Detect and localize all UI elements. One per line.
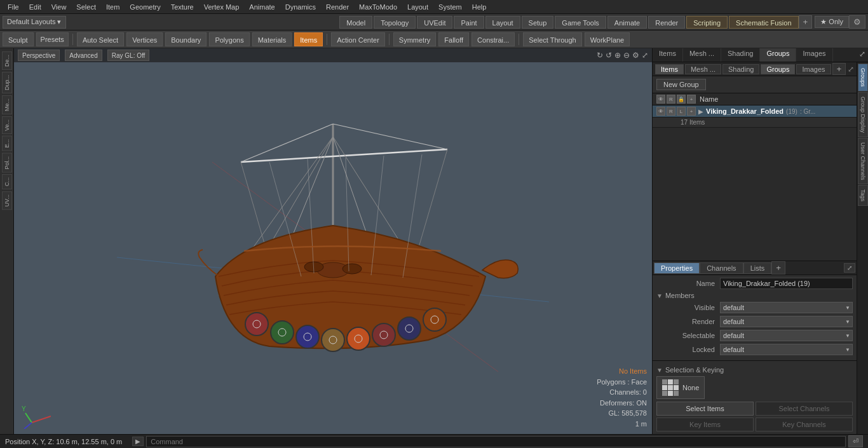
inner-tab-add[interactable]: + xyxy=(832,63,846,75)
sidebar-tab-pol[interactable]: Pol... xyxy=(2,153,12,173)
rvtab-group-display[interactable]: Group Display xyxy=(858,92,868,137)
menu-animate[interactable]: Animate xyxy=(244,2,280,12)
viewport-expand-icon[interactable]: ⤢ xyxy=(642,51,648,60)
rvtab-tags[interactable]: Tags xyxy=(858,185,868,206)
sidebar-tab-ve[interactable]: Ve... xyxy=(2,116,12,134)
sculpt-button[interactable]: Sculpt xyxy=(3,32,34,46)
viewport-mode-button[interactable]: Perspective xyxy=(18,50,60,61)
constraints-button[interactable]: Constrai... xyxy=(471,32,515,46)
menu-help[interactable]: Help xyxy=(467,2,492,12)
sidebar-tab-uv[interactable]: UV... xyxy=(2,191,12,210)
prop-select-selectable[interactable]: default xyxy=(720,330,853,341)
polygons-button[interactable]: Polygons xyxy=(209,32,249,46)
inner-tab-mesh[interactable]: Mesh ... xyxy=(685,64,721,74)
layout-tab-topology[interactable]: Topology xyxy=(374,16,416,29)
menu-vertex-map[interactable]: Vertex Map xyxy=(199,2,245,12)
layout-dropdown[interactable]: Default Layouts ▾ xyxy=(3,16,66,29)
rvtab-groups[interactable]: Groups xyxy=(858,64,868,92)
menu-geometry[interactable]: Geometry xyxy=(125,2,165,12)
new-group-button[interactable]: New Group xyxy=(656,79,706,90)
sidebar-tab-dup[interactable]: Dup... xyxy=(2,72,12,93)
gi-icon-lock[interactable]: L xyxy=(677,107,686,116)
vertices-button[interactable]: Vertices xyxy=(126,32,163,46)
col-icon-plus[interactable]: + xyxy=(687,95,696,104)
tab-images[interactable]: Images xyxy=(796,48,832,62)
presets-button[interactable]: Presets xyxy=(36,32,69,46)
layout-tab-paint[interactable]: Paint xyxy=(454,16,484,29)
select-items-button[interactable]: Select Items xyxy=(656,402,754,416)
layout-tab-layout[interactable]: Layout xyxy=(485,16,520,29)
viewport-settings-icon[interactable]: ⚙ xyxy=(632,51,639,60)
action-center-button[interactable]: Action Center xyxy=(331,32,385,46)
command-expand-button[interactable]: ▶ xyxy=(132,437,144,446)
props-tab-add[interactable]: + xyxy=(771,261,785,275)
col-icon-lock[interactable]: 🔒 xyxy=(677,95,686,104)
none-button[interactable]: None xyxy=(656,376,705,399)
props-tab-lists[interactable]: Lists xyxy=(743,262,772,274)
select-through-button[interactable]: Select Through xyxy=(523,32,581,46)
sidebar-tab-c[interactable]: C... xyxy=(2,174,12,189)
inner-tab-groups[interactable]: Groups xyxy=(761,64,795,74)
viewport-advanced-button[interactable]: Advanced xyxy=(65,50,102,61)
boundary-button[interactable]: Boundary xyxy=(165,32,207,46)
rvtab-user-channels[interactable]: User Channels xyxy=(858,138,868,185)
inner-tab-items[interactable]: Items xyxy=(655,64,684,74)
menu-edit[interactable]: Edit xyxy=(24,2,46,12)
menu-dynamics[interactable]: Dynamics xyxy=(280,2,321,12)
select-channels-button[interactable]: Select Channels xyxy=(756,402,853,416)
menu-select[interactable]: Select xyxy=(71,2,101,12)
tab-mesh[interactable]: Mesh ... xyxy=(683,48,721,62)
viewport-raygl-button[interactable]: Ray GL: Off xyxy=(107,50,150,61)
work-plane-button[interactable]: WorkPlane xyxy=(585,32,630,46)
layout-tab-game-tools[interactable]: Game Tools xyxy=(555,16,606,29)
layout-tab-schematic-fusion[interactable]: Schematic Fusion xyxy=(729,16,798,29)
props-tab-properties[interactable]: Properties xyxy=(654,262,700,274)
viewport[interactable]: Perspective Advanced Ray GL: Off ↻ ↺ ⊕ ⊖… xyxy=(14,48,652,434)
layout-tab-scripting[interactable]: Scripting xyxy=(686,16,728,29)
layout-tab-setup[interactable]: Setup xyxy=(522,16,554,29)
materials-button[interactable]: Materials xyxy=(252,32,292,46)
col-icon-render[interactable]: R xyxy=(667,95,675,104)
layout-tab-render[interactable]: Render xyxy=(648,16,685,29)
falloff-button[interactable]: Falloff xyxy=(438,32,469,46)
props-expand-icon[interactable]: ⤢ xyxy=(844,263,855,273)
command-input[interactable] xyxy=(146,436,846,447)
menu-system[interactable]: System xyxy=(433,2,467,12)
layout-settings-button[interactable]: ⚙ xyxy=(849,15,865,29)
viewport-rotate-icon[interactable]: ↻ xyxy=(597,51,603,60)
gi-icon-plus[interactable]: + xyxy=(687,107,696,116)
items-button[interactable]: Items xyxy=(294,32,323,46)
menu-render[interactable]: Render xyxy=(321,2,354,12)
viewport-undo-icon[interactable]: ↺ xyxy=(606,51,612,60)
menu-layout[interactable]: Layout xyxy=(402,2,433,12)
gi-icon-eye[interactable]: 👁 xyxy=(656,107,665,116)
layout-only-button[interactable]: ★ Only xyxy=(815,16,849,28)
panel-expand-icon[interactable]: ⤢ xyxy=(857,48,868,62)
viewport-zoom-out-icon[interactable]: ⊖ xyxy=(623,51,630,60)
sidebar-tab-e[interactable]: E... xyxy=(2,136,12,151)
sidebar-tab-de[interactable]: De... xyxy=(2,51,12,70)
gi-icon-render[interactable]: R xyxy=(667,107,675,116)
section-sel-keying[interactable]: ▼ Selection & Keying xyxy=(656,366,853,374)
menu-texture[interactable]: Texture xyxy=(166,2,199,12)
auto-select-button[interactable]: Auto Select xyxy=(77,32,124,46)
menu-maxtomodo[interactable]: MaxToModo xyxy=(354,2,402,12)
props-tab-channels[interactable]: Channels xyxy=(700,262,743,274)
key-items-button[interactable]: Key Items xyxy=(656,417,754,431)
symmetry-button[interactable]: Symmetry xyxy=(393,32,437,46)
prop-select-render[interactable]: default xyxy=(720,316,853,327)
sidebar-tab-me[interactable]: Me... xyxy=(2,95,12,114)
viewport-zoom-in-icon[interactable]: ⊕ xyxy=(614,51,621,60)
inner-tab-shading[interactable]: Shading xyxy=(722,64,759,74)
prop-select-locked[interactable]: default xyxy=(720,344,853,355)
key-channels-button[interactable]: Key Channels xyxy=(756,417,853,431)
panel-icon-1[interactable]: ⤢ xyxy=(848,65,854,74)
col-icon-eye[interactable]: 👁 xyxy=(656,95,665,104)
layout-add-button[interactable]: + xyxy=(799,15,813,29)
command-execute-button[interactable]: ⏎ xyxy=(848,435,863,447)
menu-view[interactable]: View xyxy=(46,2,72,12)
layout-tab-animate[interactable]: Animate xyxy=(607,16,647,29)
prop-select-visible[interactable]: default xyxy=(720,302,853,313)
prop-input-name[interactable] xyxy=(720,278,853,289)
layout-tab-model[interactable]: Model xyxy=(339,16,372,29)
